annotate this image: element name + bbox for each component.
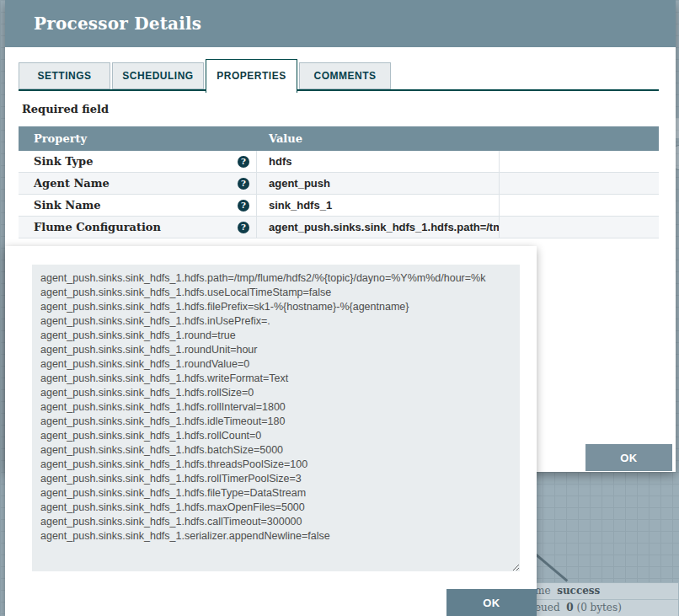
table-row[interactable]: Agent Name ? agent_push — [19, 173, 659, 195]
connection-relationship: success — [557, 585, 600, 597]
connection-line — [534, 553, 568, 581]
connection-label: me success eued 0 (0 bytes) — [519, 582, 679, 616]
dialog-ok-button[interactable]: OK — [585, 444, 672, 471]
help-icon[interactable]: ? — [238, 178, 249, 190]
connection-label-queued-row: eued 0 (0 bytes) — [520, 600, 678, 616]
property-name-cell: Flume Configuration ? — [19, 217, 257, 238]
properties-table-header: Property Value — [19, 126, 659, 151]
property-name: Flume Configuration — [34, 221, 161, 233]
property-name-cell: Agent Name ? — [19, 173, 257, 194]
property-name-cell: Sink Type ? — [19, 151, 257, 172]
property-value-cell[interactable]: sink_hdfs_1 — [257, 195, 500, 216]
tab-settings[interactable]: SETTINGS — [19, 62, 110, 89]
table-row[interactable]: Flume Configuration ? agent_push.sinks.s… — [19, 217, 659, 238]
connection-queued-partial: eued — [535, 602, 560, 613]
property-value-cell[interactable]: agent_push.sinks.sink_hdfs_1.hdfs.path=/… — [257, 217, 500, 238]
table-row[interactable]: Sink Name ? sink_hdfs_1 — [19, 195, 659, 217]
property-name: Agent Name — [34, 177, 110, 190]
property-value-cell[interactable]: hdfs — [257, 151, 500, 172]
required-field-label: Required field — [22, 103, 109, 115]
table-row[interactable]: Sink Type ? hdfs — [19, 151, 659, 173]
property-name-cell: Sink Name ? — [19, 195, 257, 216]
value-viewer-ok-button[interactable]: OK — [446, 589, 537, 616]
tab-properties[interactable]: PROPERTIES — [206, 59, 297, 93]
tab-comments[interactable]: COMMENTS — [299, 62, 391, 89]
property-name: Sink Name — [34, 199, 101, 212]
connection-queued-size: (0 bytes) — [576, 602, 621, 613]
dialog-title: Processor Details — [5, 13, 201, 34]
dialog-header: Processor Details — [5, 0, 676, 47]
tab-scheduling[interactable]: SCHEDULING — [112, 62, 204, 89]
column-header-property: Property — [19, 132, 257, 145]
help-icon[interactable]: ? — [238, 156, 249, 168]
property-value-cell[interactable]: agent_push — [257, 173, 500, 194]
connection-label-name-row: me success — [520, 583, 678, 600]
connection-name-partial: me — [535, 585, 550, 597]
property-value-textarea[interactable]: agent_push.sinks.sink_hdfs_1.hdfs.path=/… — [32, 265, 520, 571]
help-icon[interactable]: ? — [238, 222, 249, 233]
tab-underline — [19, 89, 659, 91]
property-value-viewer: agent_push.sinks.sink_hdfs_1.hdfs.path=/… — [5, 246, 537, 616]
properties-table: Property Value Sink Type ? hdfs Agent Na… — [19, 126, 659, 238]
property-name: Sink Type — [34, 155, 93, 168]
column-header-value: Value — [257, 132, 500, 145]
connection-queued-count: 0 — [566, 602, 573, 613]
help-icon[interactable]: ? — [238, 200, 249, 212]
